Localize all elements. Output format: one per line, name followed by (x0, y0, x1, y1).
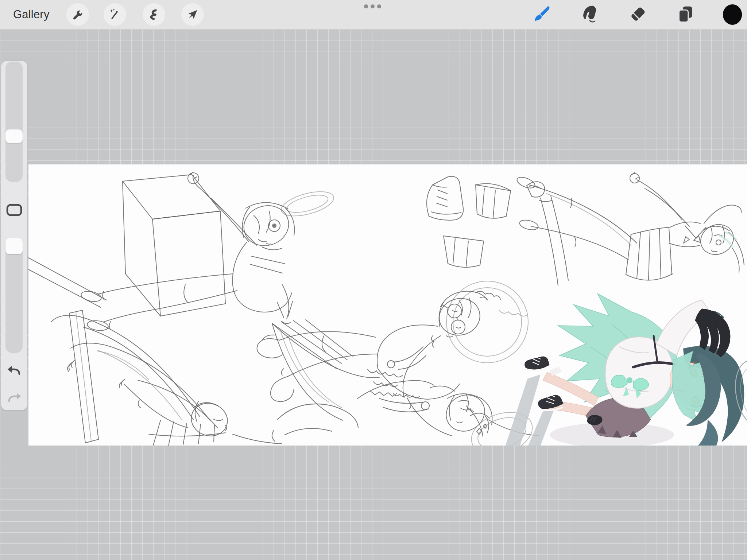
adjustments-button[interactable] (104, 3, 126, 26)
brush-size-slider[interactable] (5, 62, 23, 182)
undo-arrow-icon (6, 363, 22, 379)
paint-tool-button[interactable] (531, 3, 555, 26)
wrench-icon (71, 8, 84, 21)
selection-button[interactable] (143, 3, 165, 26)
undo-button[interactable] (6, 363, 22, 379)
canvas-options-handle[interactable] (364, 4, 381, 9)
eraser-icon (626, 3, 649, 26)
opacity-slider[interactable] (5, 238, 23, 353)
redo-arrow-icon (6, 390, 22, 406)
dot-icon (364, 4, 368, 8)
move-arrow-icon (186, 8, 199, 21)
transform-button[interactable] (181, 3, 204, 26)
dot-icon (371, 4, 375, 8)
s-curve-icon (147, 8, 160, 21)
brush-size-handle[interactable] (5, 129, 23, 143)
brush-sidebar (1, 61, 27, 410)
smudge-tool-button[interactable] (579, 3, 602, 26)
brush-icon (532, 3, 554, 26)
erase-tool-button[interactable] (626, 3, 649, 26)
modify-button[interactable] (6, 202, 23, 218)
color-swatch-circle (721, 3, 744, 26)
opacity-handle[interactable] (5, 238, 23, 254)
color-swatch-button[interactable] (721, 3, 744, 26)
smudge-finger-icon (579, 3, 602, 26)
artwork (28, 164, 747, 446)
rounded-square-icon (6, 203, 23, 217)
top-toolbar: Gallery (0, 0, 747, 30)
gallery-button[interactable]: Gallery (13, 0, 50, 29)
dot-icon (377, 4, 381, 8)
actions-button[interactable] (66, 3, 89, 26)
drawing-canvas[interactable] (28, 164, 747, 446)
magic-wand-icon (108, 8, 121, 21)
redo-button[interactable] (6, 390, 22, 406)
layers-icon (674, 3, 697, 26)
layers-button[interactable] (674, 3, 697, 26)
